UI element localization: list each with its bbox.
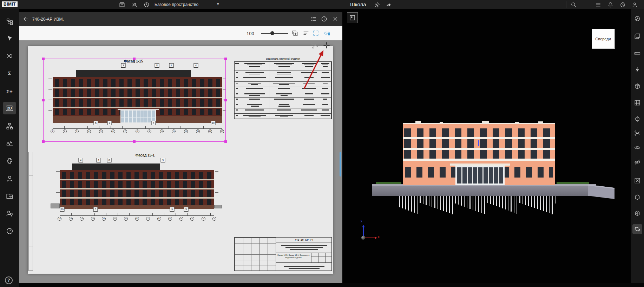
tool-gauge[interactable] (3, 225, 16, 237)
foundation-slab-right[interactable] (588, 185, 615, 199)
scissors-icon[interactable] (310, 41, 319, 49)
tool-sum[interactable]: Σ (3, 67, 16, 79)
history-icon[interactable] (143, 1, 150, 8)
tool-user[interactable] (3, 172, 16, 185)
layers-lines-icon[interactable] (303, 30, 310, 37)
selection-handle[interactable] (42, 99, 45, 101)
facade1-callout: 1 (169, 63, 174, 68)
pile (519, 196, 520, 203)
pile (487, 196, 488, 203)
collaboration-icon[interactable] (131, 1, 138, 8)
account-icon[interactable] (631, 1, 638, 8)
drawing-sheet[interactable]: Фасад 1-15 123456789101112131415 Ведомо (28, 46, 333, 274)
selection-handle[interactable] (133, 140, 136, 143)
zoom-slider-knob[interactable] (270, 31, 274, 35)
tool-plugins[interactable] (3, 155, 16, 167)
building-3d-model[interactable] (403, 123, 555, 185)
document-toolbar: 100 (19, 26, 342, 40)
pile (461, 196, 461, 206)
tool-model-tree[interactable] (3, 15, 16, 28)
info-icon[interactable] (321, 16, 328, 23)
tool-select-cursor[interactable] (3, 32, 16, 45)
pile (493, 196, 494, 205)
layers-icon[interactable] (632, 31, 642, 41)
axis-bubble: 9 (147, 129, 151, 133)
document-viewer-panel: 740-20-АР ИЗМ. 100 Фасад (19, 12, 342, 283)
finish-table-row (235, 71, 331, 76)
facade1-callout: 10 (211, 121, 216, 125)
landscape-strip (557, 182, 589, 184)
side-stamp-strip (28, 152, 33, 271)
back-arrow-icon[interactable] (22, 16, 29, 23)
tool-user-location[interactable] (3, 207, 16, 220)
eye-off-icon[interactable] (632, 157, 642, 167)
project-title: Школа (350, 1, 366, 7)
viewport-3d[interactable]: Спереди y x (342, 9, 631, 287)
finish-table-title: Ведомость наружной отделки (234, 58, 332, 61)
frame-icon[interactable] (632, 176, 642, 186)
axis-bubble: 4 (179, 217, 183, 221)
elevation-marks (215, 171, 218, 208)
gauge-icon (6, 227, 13, 235)
pile (496, 196, 497, 206)
pile (511, 196, 511, 212)
grid-box-icon[interactable] (632, 98, 642, 108)
chevron-down-icon[interactable]: ▾ (217, 2, 219, 6)
section-cut-icon[interactable] (632, 128, 642, 138)
facade1-axis-row: 123456789101112131415 (51, 129, 224, 133)
pile (549, 196, 550, 213)
target-icon[interactable] (632, 114, 642, 124)
tool-connections[interactable] (3, 49, 16, 62)
title-block-signature-grid (235, 238, 276, 271)
help-button[interactable]: ? (5, 276, 13, 284)
axis-bubble: 8 (136, 129, 139, 133)
ruler-icon[interactable] (632, 48, 642, 58)
cube-rotate-icon[interactable] (632, 224, 642, 234)
selection-handle[interactable] (42, 140, 45, 143)
floor-band (403, 137, 555, 139)
sheet-list-icon[interactable] (310, 16, 317, 23)
foundation-slab-front[interactable] (372, 186, 596, 196)
link-lock-icon[interactable] (324, 30, 331, 37)
selection-handle[interactable] (224, 99, 227, 101)
selection-handle[interactable] (224, 140, 227, 143)
menu-list-icon[interactable] (594, 1, 602, 8)
timer-icon[interactable] (619, 1, 626, 8)
fit-fullscreen-icon[interactable] (313, 30, 320, 37)
add-overlay-icon[interactable] (291, 30, 298, 37)
workspace-selector[interactable]: Базовое пространство (155, 2, 198, 7)
tool-structure[interactable] (3, 120, 16, 132)
view-cube-front-face[interactable]: Спереди (592, 29, 615, 49)
notifications-bell-icon[interactable] (607, 1, 614, 8)
selection-handle[interactable] (42, 58, 45, 60)
facade1-callout: 7 (151, 121, 156, 125)
tool-export-folder[interactable] (3, 190, 16, 202)
entrance-glazing[interactable] (455, 166, 505, 185)
document-canvas[interactable]: Фасад 1-15 123456789101112131415 Ведомо (19, 40, 342, 283)
capture-view-button[interactable] (347, 12, 358, 23)
finish-table[interactable]: Ведомость наружной отделки (234, 58, 332, 119)
tool-sum-add[interactable]: Σ+ (3, 85, 16, 98)
facade-15-1-drawing[interactable] (60, 170, 214, 209)
archive-icon[interactable] (118, 1, 125, 8)
share-icon[interactable] (385, 1, 392, 8)
cube-outline-icon[interactable] (632, 192, 642, 202)
selection-handle[interactable] (133, 58, 136, 60)
tool-series-chart[interactable] (3, 137, 16, 149)
lightning-icon[interactable] (632, 65, 642, 75)
search-icon[interactable] (570, 1, 577, 8)
cube-3d-icon[interactable] (632, 81, 642, 91)
tool-mode-2d[interactable]: 2D (3, 102, 16, 114)
export-folder-icon (6, 193, 13, 200)
eye-icon[interactable] (632, 143, 642, 153)
foundation-piles (399, 196, 558, 216)
close-icon[interactable] (332, 16, 339, 23)
zoom-slider[interactable] (261, 33, 288, 34)
title-block-organization (276, 263, 332, 271)
pile (458, 196, 459, 205)
orbit-icon[interactable] (632, 14, 642, 24)
settings-gear-icon[interactable] (374, 1, 381, 8)
cube-arrow-icon[interactable] (632, 208, 642, 218)
selection-handle[interactable] (224, 58, 227, 60)
document-scrollbar[interactable] (340, 152, 341, 176)
